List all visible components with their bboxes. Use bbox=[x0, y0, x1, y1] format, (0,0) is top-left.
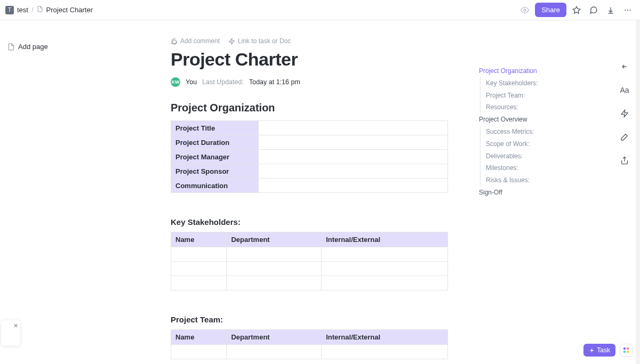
outline-item[interactable]: Project Overview bbox=[479, 114, 538, 126]
project-info-table[interactable]: Project Title Project Duration Project M… bbox=[171, 120, 448, 193]
byline: KW You Last Updated: Today at 1:16 pm bbox=[171, 77, 448, 87]
document-body: Add comment Link to task or Doc Project … bbox=[171, 37, 448, 359]
table-row[interactable] bbox=[171, 276, 448, 290]
info-value[interactable] bbox=[259, 150, 448, 164]
col-header: Department bbox=[227, 232, 322, 247]
table-row[interactable] bbox=[171, 345, 448, 359]
table-row[interactable]: Project Manager bbox=[171, 150, 448, 164]
breadcrumb-doc-title[interactable]: Project Charter bbox=[46, 6, 93, 14]
info-value[interactable] bbox=[259, 135, 448, 150]
link-task-button[interactable]: Link to task or Doc bbox=[228, 37, 291, 45]
svg-point-0 bbox=[524, 9, 526, 11]
avatar[interactable]: KW bbox=[171, 77, 180, 87]
team-table[interactable]: Name Department Internal/External bbox=[171, 329, 448, 359]
ai-icon[interactable] bbox=[618, 107, 631, 120]
share-button[interactable]: Share bbox=[535, 3, 566, 17]
col-header: Internal/External bbox=[322, 330, 448, 345]
left-sidebar: Add page bbox=[4, 41, 51, 53]
updated-label: Last Updated: bbox=[202, 78, 244, 86]
more-button[interactable] bbox=[621, 3, 635, 17]
favorite-button[interactable] bbox=[570, 3, 583, 17]
subheading-stakeholders: Key Stakeholders: bbox=[171, 217, 448, 227]
bottom-actions: Task bbox=[583, 344, 633, 357]
doc-icon bbox=[37, 6, 43, 14]
outline-item[interactable]: Risks & Issues: bbox=[480, 174, 538, 187]
info-label: Project Manager bbox=[171, 150, 259, 164]
svg-point-3 bbox=[627, 9, 628, 10]
apps-button[interactable] bbox=[620, 344, 633, 357]
new-task-label: Task bbox=[597, 346, 610, 354]
export-icon[interactable] bbox=[618, 153, 631, 167]
stakeholders-table[interactable]: Name Department Internal/External bbox=[171, 232, 448, 290]
info-value[interactable] bbox=[259, 164, 448, 179]
svg-point-4 bbox=[630, 9, 631, 10]
info-label: Project Sponsor bbox=[171, 164, 259, 179]
svg-marker-6 bbox=[229, 38, 235, 44]
outline-item[interactable]: Scope of Work: bbox=[480, 138, 538, 150]
table-row[interactable] bbox=[171, 262, 448, 276]
visibility-button[interactable] bbox=[518, 3, 532, 17]
outline-item[interactable]: Sign-Off bbox=[479, 187, 538, 199]
new-task-button[interactable]: Task bbox=[583, 344, 615, 357]
add-comment-label: Add comment bbox=[180, 37, 220, 45]
table-row[interactable]: Project Duration bbox=[171, 135, 448, 150]
breadcrumb: T test / Project Charter bbox=[5, 6, 93, 14]
add-comment-button[interactable]: Add comment bbox=[171, 37, 220, 45]
outline-item[interactable]: Project Organization bbox=[479, 65, 538, 77]
svg-marker-1 bbox=[573, 6, 580, 13]
link-task-label: Link to task or Doc bbox=[238, 37, 291, 45]
outline-item[interactable]: Deliverables: bbox=[480, 150, 538, 163]
info-label: Project Title bbox=[171, 121, 259, 135]
topbar: T test / Project Charter Share bbox=[0, 0, 640, 20]
svg-marker-8 bbox=[621, 110, 628, 117]
page-title[interactable]: Project Charter bbox=[171, 49, 448, 70]
wand-icon[interactable] bbox=[618, 130, 631, 144]
breadcrumb-workspace[interactable]: test bbox=[17, 6, 28, 14]
table-row[interactable]: Communication bbox=[171, 179, 448, 193]
table-row[interactable] bbox=[171, 247, 448, 262]
svg-point-2 bbox=[625, 9, 626, 10]
info-label: Communication bbox=[171, 179, 259, 193]
workspace-badge[interactable]: T bbox=[5, 6, 14, 14]
info-value[interactable] bbox=[259, 179, 448, 193]
table-row[interactable]: Project Title bbox=[171, 121, 448, 135]
outline-item[interactable]: Resources: bbox=[480, 101, 538, 114]
col-header: Name bbox=[171, 232, 227, 247]
outline-item[interactable]: Success Metrics: bbox=[480, 126, 538, 138]
right-rail: Aa bbox=[618, 60, 631, 167]
topbar-actions: Share bbox=[518, 3, 635, 17]
download-button[interactable] bbox=[604, 3, 618, 17]
table-row[interactable]: Project Sponsor bbox=[171, 164, 448, 179]
doc-action-row: Add comment Link to task or Doc bbox=[171, 37, 448, 45]
outline-item[interactable]: Project Team: bbox=[480, 90, 538, 102]
typography-icon[interactable]: Aa bbox=[618, 83, 631, 97]
section-heading-organization: Project Organization bbox=[171, 102, 448, 114]
outline-item[interactable]: Key Stakeholders: bbox=[480, 77, 538, 90]
outline-panel: Project Organization Key Stakeholders: P… bbox=[479, 65, 538, 199]
col-header: Name bbox=[171, 330, 227, 345]
collapse-icon[interactable] bbox=[618, 60, 631, 74]
add-page-label: Add page bbox=[18, 43, 48, 51]
scrollbar[interactable] bbox=[636, 20, 640, 364]
updated-value: Today at 1:16 pm bbox=[249, 78, 300, 86]
info-value[interactable] bbox=[259, 121, 448, 135]
comments-button[interactable] bbox=[587, 3, 601, 17]
breadcrumb-separator: / bbox=[31, 6, 34, 14]
outline-item[interactable]: Milestones: bbox=[480, 162, 538, 174]
col-header: Department bbox=[227, 330, 322, 345]
author-label: You bbox=[186, 78, 197, 86]
close-icon[interactable]: ✕ bbox=[13, 322, 18, 329]
add-page-button[interactable]: Add page bbox=[4, 41, 51, 53]
subheading-team: Project Team: bbox=[171, 315, 448, 324]
notification-card[interactable]: ✕ bbox=[1, 320, 20, 346]
col-header: Internal/External bbox=[322, 232, 448, 247]
info-label: Project Duration bbox=[171, 135, 259, 150]
